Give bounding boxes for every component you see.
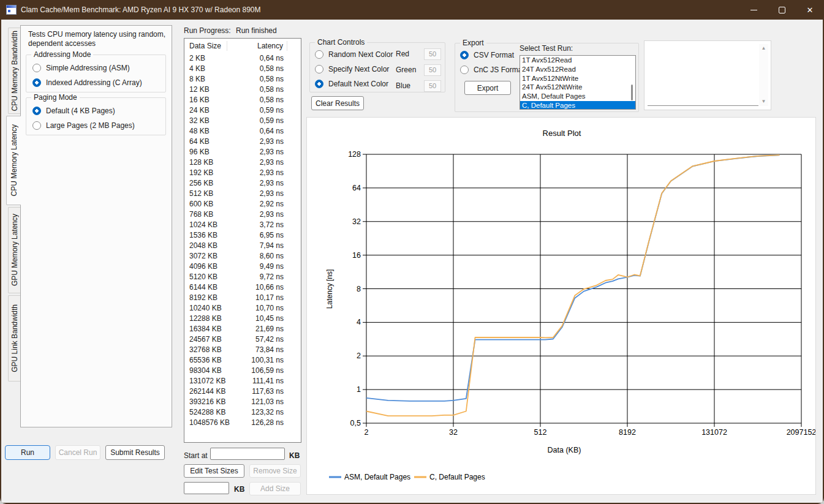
submit-results-button[interactable]: Submit Results bbox=[105, 445, 165, 460]
listbox-scrollbar[interactable] bbox=[629, 57, 634, 108]
test-description: Tests CPU memory latency using random, d… bbox=[28, 30, 167, 48]
table-row[interactable]: 262144 KB117,63 ns bbox=[184, 386, 301, 396]
add-size-input[interactable] bbox=[184, 482, 229, 494]
table-row[interactable]: 192 KB2,93 ns bbox=[184, 167, 301, 178]
table-row[interactable]: 16 KB0,58 ns bbox=[184, 94, 301, 105]
notes-scrollbar[interactable]: ▲ ▼ bbox=[759, 44, 768, 106]
run-button[interactable]: Run bbox=[5, 445, 50, 460]
close-icon: ✕ bbox=[807, 6, 814, 14]
tab-label: GPU Memory Latency bbox=[10, 214, 19, 286]
maximize-button[interactable] bbox=[768, 0, 796, 20]
test-run-item[interactable]: C, Default Pages bbox=[520, 101, 635, 110]
table-row[interactable]: 96 KB2,93 ns bbox=[184, 146, 301, 157]
table-row[interactable]: 3072 KB8,60 ns bbox=[184, 250, 301, 261]
start-at-input[interactable] bbox=[210, 448, 285, 460]
table-row[interactable]: 1048576 KB126,28 ns bbox=[184, 417, 301, 427]
radio-cnc-js-format[interactable]: CnC JS Format bbox=[460, 65, 524, 75]
table-row[interactable]: 512 KB2,93 ns bbox=[184, 188, 301, 198]
legend-label: C, Default Pages bbox=[429, 473, 485, 481]
table-row[interactable]: 16384 KB21,69 ns bbox=[184, 323, 301, 334]
table-row[interactable]: 24 KB0,59 ns bbox=[184, 105, 301, 115]
cell-data-size: 16384 KB bbox=[184, 325, 227, 333]
rgb-input-red bbox=[424, 48, 441, 60]
table-row[interactable]: 8 KB0,58 ns bbox=[184, 73, 301, 84]
cell-data-size: 1536 KB bbox=[184, 231, 227, 239]
tab-cpu-memory-bandwidth[interactable]: CPU Memory Bandwidth bbox=[8, 28, 20, 114]
minimize-button[interactable] bbox=[739, 0, 768, 20]
cell-latency: 117,63 ns bbox=[227, 387, 287, 396]
table-row[interactable]: 4 KB0,58 ns bbox=[184, 63, 301, 73]
close-button[interactable]: ✕ bbox=[796, 0, 824, 20]
radio-csv-format[interactable]: CSV Format bbox=[460, 50, 524, 60]
table-row[interactable]: 600 KB2,92 ns bbox=[184, 198, 301, 209]
table-row[interactable]: 5120 KB9,72 ns bbox=[184, 271, 301, 282]
table-row[interactable]: 128 KB2,93 ns bbox=[184, 157, 301, 167]
cell-data-size: 16 KB bbox=[184, 96, 227, 104]
window-title: Clam Cache/Mem Benchmark: AMD Ryzen AI 9… bbox=[21, 6, 261, 14]
table-row[interactable]: 8192 KB10,17 ns bbox=[184, 292, 301, 303]
cell-data-size: 3072 KB bbox=[184, 252, 227, 260]
table-row[interactable]: 32768 KB73,84 ns bbox=[184, 344, 301, 355]
table-row[interactable]: 32 KB0,59 ns bbox=[184, 115, 301, 126]
table-row[interactable]: 1536 KB6,95 ns bbox=[184, 230, 301, 240]
table-row[interactable]: 12 KB0,58 ns bbox=[184, 84, 301, 94]
export-format-options: CSV FormatCnC JS Format bbox=[460, 50, 524, 80]
table-row[interactable]: 4096 KB9,49 ns bbox=[184, 261, 301, 271]
table-row[interactable]: 48 KB0,64 ns bbox=[184, 126, 301, 136]
app-window: Clam Cache/Mem Benchmark: AMD Ryzen AI 9… bbox=[0, 0, 824, 504]
radio-specify-next-color[interactable]: Specify Next Color bbox=[315, 64, 393, 74]
radio-large-pages-2-mb-pages[interactable]: Large Pages (2 MB Pages) bbox=[32, 121, 135, 130]
tab-gpu-memory-latency[interactable]: GPU Memory Latency bbox=[8, 207, 20, 293]
table-row[interactable]: 12288 KB10,45 ns bbox=[184, 313, 301, 323]
tab-gpu-link-bandwidth[interactable]: GPU Link Bandwidth bbox=[8, 295, 20, 382]
clear-results-button[interactable]: Clear Results bbox=[311, 96, 364, 110]
test-run-item[interactable]: 1T Avx512Read bbox=[520, 56, 635, 65]
radio-simple-addressing-asm[interactable]: Simple Addressing (ASM) bbox=[32, 63, 142, 73]
cell-data-size: 262144 KB bbox=[184, 387, 227, 396]
edit-test-sizes-button[interactable]: Edit Test Sizes bbox=[184, 464, 244, 478]
column-header-data-size[interactable]: Data Size bbox=[184, 41, 227, 51]
test-run-item[interactable]: ASM, Default Pages bbox=[520, 92, 635, 101]
titlebar: Clam Cache/Mem Benchmark: AMD Ryzen AI 9… bbox=[0, 0, 824, 20]
table-row[interactable]: 256 KB2,93 ns bbox=[184, 178, 301, 188]
table-row[interactable]: 131072 KB111,41 ns bbox=[184, 375, 301, 386]
table-row[interactable]: 1024 KB3,72 ns bbox=[184, 219, 301, 230]
radio-default-next-color[interactable]: Default Next Color bbox=[315, 79, 393, 89]
x-tick-label: 131072 bbox=[701, 428, 727, 437]
listbox-scrollbar-thumb[interactable] bbox=[631, 85, 633, 100]
y-tick-label: 128 bbox=[348, 150, 361, 159]
select-test-run-label: Select Test Run: bbox=[520, 44, 573, 53]
table-row[interactable]: 10240 KB10,70 ns bbox=[184, 303, 301, 313]
table-row[interactable]: 2048 KB7,94 ns bbox=[184, 240, 301, 250]
export-button[interactable]: Export bbox=[464, 81, 511, 95]
radio-indexed-addressing-c-array[interactable]: Indexed Addressing (C Array) bbox=[32, 78, 142, 88]
test-run-item[interactable]: 1T Avx512NtWrite bbox=[520, 74, 635, 83]
table-row[interactable]: 24567 KB57,42 ns bbox=[184, 334, 301, 344]
cell-latency: 106,59 ns bbox=[227, 366, 287, 375]
cell-data-size: 8 KB bbox=[184, 75, 227, 83]
test-run-item[interactable]: 24T Avx512NtWrite bbox=[520, 83, 635, 92]
tab-cpu-memory-latency[interactable]: CPU Memory Latency bbox=[6, 116, 21, 205]
table-row[interactable]: 98304 KB106,59 ns bbox=[184, 365, 301, 375]
cell-latency: 10,45 ns bbox=[227, 314, 287, 323]
table-row[interactable]: 524288 KB123,32 ns bbox=[184, 407, 301, 417]
table-row[interactable]: 65536 KB100,31 ns bbox=[184, 355, 301, 365]
scroll-up-icon[interactable]: ▲ bbox=[762, 46, 766, 51]
cell-data-size: 98304 KB bbox=[184, 366, 227, 375]
column-header-latency[interactable]: Latency bbox=[227, 41, 287, 51]
test-run-item[interactable]: 24T Avx512Read bbox=[520, 65, 635, 74]
test-tab-page: Tests CPU memory latency using random, d… bbox=[20, 25, 172, 427]
notes-textarea[interactable] bbox=[648, 44, 758, 106]
radio-random-next-color[interactable]: Random Next Color bbox=[315, 50, 393, 59]
table-row[interactable]: 393216 KB121,03 ns bbox=[184, 396, 301, 407]
scroll-down-icon[interactable]: ▼ bbox=[762, 99, 766, 104]
table-row[interactable]: 2 KB0,64 ns bbox=[184, 53, 301, 63]
rgb-label: Blue bbox=[396, 81, 424, 90]
start-at-unit: KB bbox=[289, 451, 300, 460]
cell-latency: 0,59 ns bbox=[227, 116, 287, 125]
radio-default-4-kb-pages[interactable]: Default (4 KB Pages) bbox=[32, 106, 135, 116]
table-row[interactable]: 6144 KB10,66 ns bbox=[184, 282, 301, 292]
table-row[interactable]: 64 KB2,93 ns bbox=[184, 136, 301, 146]
cell-latency: 3,72 ns bbox=[227, 220, 287, 229]
table-row[interactable]: 768 KB2,93 ns bbox=[184, 209, 301, 219]
